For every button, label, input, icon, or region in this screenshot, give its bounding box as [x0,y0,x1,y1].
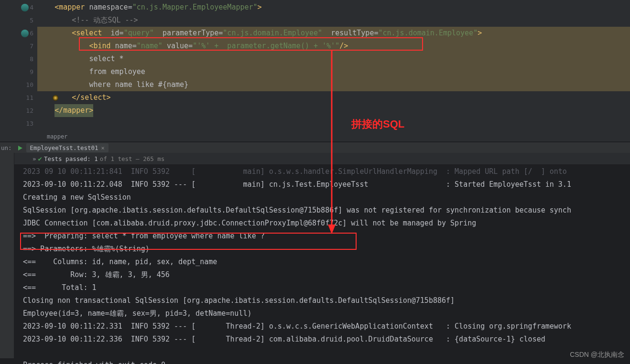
code-line[interactable] [37,117,630,130]
code-line[interactable]: select * [37,53,630,65]
console-line: ==> Preparing: select * from employee wh… [23,230,630,243]
code-line[interactable]: <mapper namespace="cn.js.Mapper.Employee… [37,1,630,14]
code-editor[interactable]: 45678910111213 <mapper namespace="cn.js.… [0,0,630,131]
left-tool-strip[interactable] [0,153,14,358]
gutter-line: 5 [0,14,37,27]
gutter-line: 9 [0,65,37,78]
console-line: Closing non transactional SqlSession [or… [23,294,630,307]
console-line: SqlSession [org.apache.ibatis.session.de… [23,204,630,217]
run-label: un: [1,144,12,151]
console-line: Process finished with exit code 0 [23,359,630,364]
console-line [23,346,630,359]
run-tab-bar[interactable]: un: EmployeeTsst.test01 × [0,142,630,153]
gutter-line: 10 [0,78,37,91]
console-line: Creating a new SqlSession [23,191,630,204]
gutter-line: 12 [0,104,37,117]
svg-marker-0 [18,146,22,150]
close-icon[interactable]: × [101,145,105,151]
code-line[interactable]: <!-- 动态SQL --> [37,14,630,27]
console-line: ==> Parameters: %雄霸%(String) [23,243,630,256]
console-line: <== Row: 3, 雄霸, 3, 男, 456 [23,268,630,281]
console-line: 2023-09-10 00:11:22.048 INFO 5392 --- [ … [23,178,630,191]
code-column[interactable]: <mapper namespace="cn.js.Mapper.Employee… [37,0,630,131]
test-status-detail: of 1 test – 265 ms [100,155,164,162]
console-line: 2023 09 10 00:11:21:841 INFO 5392 [ main… [23,165,630,178]
expand-icon[interactable]: » [33,155,36,162]
gutter-line: 4 [0,1,37,14]
test-status-bar: » ✔ Tests passed: 1 of 1 test – 265 ms [14,153,630,164]
console-output[interactable]: 2023 09 10 00:11:21:841 INFO 5392 [ main… [14,164,630,364]
gutter-line: 7 [0,40,37,53]
test-pass-icon: ✔ [38,155,42,162]
code-line[interactable]: <bind name="name" value="'%' + _paramete… [37,40,630,53]
run-config-tab[interactable]: EmployeeTsst.test01 × [26,143,109,152]
gutter-line: 13 [0,117,37,130]
breadcrumb[interactable]: mapper [0,131,630,142]
code-line[interactable]: </mapper> [37,104,630,117]
play-icon [17,145,23,151]
watermark: CSDN @北执南念 [570,351,624,359]
console-line: <== Total: 1 [23,281,630,294]
breadcrumb-item[interactable]: mapper [47,133,67,140]
test-status-text: Tests passed: 1 [44,155,98,162]
gutter-line: 6 [0,27,37,40]
db-icon[interactable] [21,4,29,11]
line-gutter: 45678910111213 [0,0,37,131]
gutter-line: 11 [0,91,37,104]
console-line: 2023-09-10 00:11:22.336 INFO 5392 --- [ … [23,333,630,346]
code-line[interactable]: where name like #{name} [37,78,630,91]
annotation-label: 拼接的SQL [351,117,404,131]
code-line[interactable]: </select> [37,91,630,104]
console-line: <== Columns: id, name, pid, sex, dept_na… [23,256,630,268]
run-config-label: EmployeeTsst.test01 [30,144,98,151]
console-line: JDBC Connection [com.alibaba.druid.proxy… [23,217,630,230]
console-line: 2023-09-10 00:11:22.331 INFO 5392 --- [ … [23,320,630,333]
gutter-line: 8 [0,53,37,65]
code-line[interactable]: from employee [37,65,630,78]
console-line: Employee(id=3, name=雄霸, sex=男, pid=3, de… [23,307,630,320]
code-line[interactable]: <select id="query" parameterType="cn.js.… [37,27,630,40]
db-icon[interactable] [21,30,29,37]
